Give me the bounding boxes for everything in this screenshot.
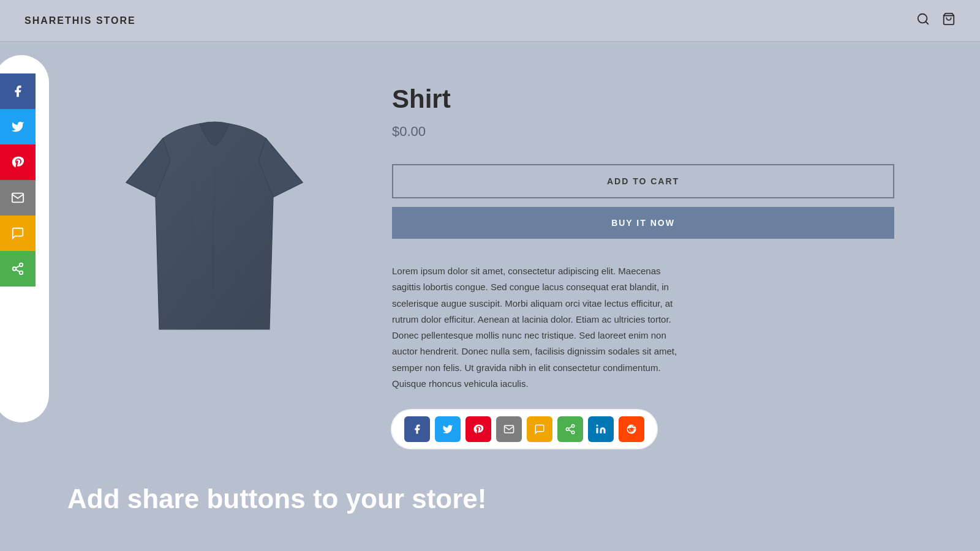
search-icon[interactable] — [916, 12, 930, 29]
share-twitter-button[interactable] — [435, 416, 461, 442]
store-logo: SHARETHIS STORE — [24, 15, 136, 26]
share-email-button[interactable] — [496, 416, 522, 442]
main-content: Shirt $0.00 ADD TO CART BUY IT NOW Lorem… — [0, 42, 980, 473]
svg-line-14 — [568, 430, 571, 432]
svg-point-12 — [566, 428, 569, 431]
add-to-cart-button[interactable]: ADD TO CART — [392, 164, 894, 198]
bottom-cta: Add share buttons to your store! — [67, 484, 486, 514]
product-title: Shirt — [392, 84, 894, 114]
sidebar-share-panel — [0, 73, 36, 287]
svg-point-11 — [571, 425, 575, 428]
share-reddit-button[interactable] — [619, 416, 644, 442]
product-price: $0.00 — [392, 124, 894, 140]
svg-point-5 — [20, 271, 23, 275]
social-share-row — [392, 410, 657, 448]
sidebar-twitter-button[interactable] — [0, 109, 36, 144]
share-sms-button[interactable] — [527, 416, 552, 442]
share-facebook-button[interactable] — [404, 416, 430, 442]
svg-point-3 — [20, 263, 23, 267]
svg-point-13 — [571, 431, 575, 434]
share-linkedin-button[interactable] — [588, 416, 614, 442]
cart-icon[interactable] — [942, 12, 956, 29]
svg-line-1 — [925, 21, 928, 24]
sidebar-facebook-button[interactable] — [0, 73, 36, 109]
svg-point-19 — [633, 429, 634, 430]
header-icons — [916, 12, 956, 29]
svg-point-4 — [13, 267, 17, 271]
svg-point-16 — [597, 425, 598, 427]
buy-it-now-button[interactable]: BUY IT NOW — [392, 207, 894, 239]
header: SHARETHIS STORE — [0, 0, 980, 42]
product-image-container — [86, 78, 343, 360]
svg-line-7 — [16, 266, 20, 268]
sidebar-sms-button[interactable] — [0, 216, 36, 251]
sidebar-email-button[interactable] — [0, 180, 36, 216]
product-description: Lorem ipsum dolor sit amet, consectetur … — [392, 263, 686, 392]
svg-line-6 — [16, 269, 20, 272]
share-sharethis-button[interactable] — [557, 416, 583, 442]
sidebar-pinterest-button[interactable] — [0, 144, 36, 180]
sidebar-sharethis-button[interactable] — [0, 251, 36, 287]
cta-text: Add share buttons to your store! — [67, 484, 486, 514]
svg-line-15 — [568, 427, 571, 429]
product-info: Shirt $0.00 ADD TO CART BUY IT NOW Lorem… — [392, 78, 894, 448]
svg-point-18 — [630, 429, 631, 430]
share-pinterest-button[interactable] — [466, 416, 491, 442]
product-image — [104, 78, 325, 360]
